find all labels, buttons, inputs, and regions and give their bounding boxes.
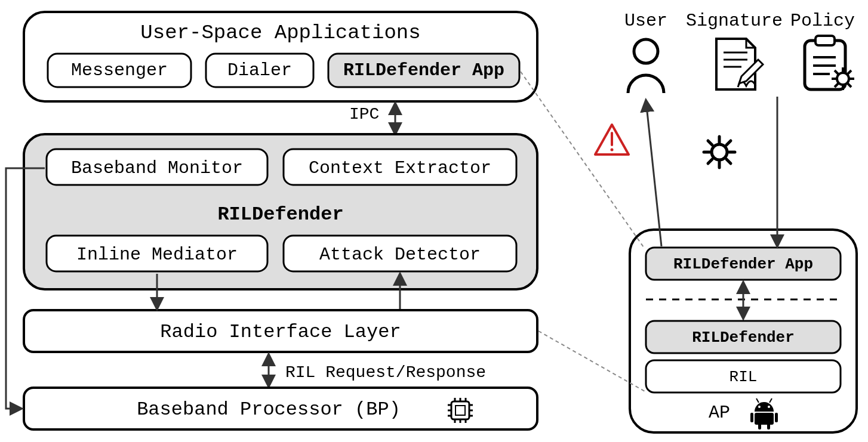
svg-point-34 [712, 144, 727, 160]
svg-point-23 [837, 73, 849, 85]
svg-rect-51 [767, 424, 770, 429]
ap-label: AP [709, 403, 730, 423]
rildefender-title: RILDefender [217, 203, 343, 225]
svg-point-33 [611, 149, 614, 152]
rildapp-label: RILDefender App [343, 60, 504, 81]
attack-detector-label: Attack Detector [319, 245, 481, 265]
inline-mediator-label: Inline Mediator [76, 245, 238, 265]
svg-rect-19 [815, 36, 835, 45]
svg-line-39 [708, 141, 712, 145]
svg-line-29 [848, 84, 851, 87]
svg-line-30 [848, 70, 851, 74]
rilreqresp-label: RIL Request/Response [285, 363, 486, 382]
svg-point-44 [768, 406, 770, 408]
userspace-title: User-Space Applications [140, 21, 420, 44]
baseband-monitor-label: Baseband Monitor [71, 158, 243, 178]
policy-icon [805, 36, 854, 90]
svg-rect-49 [775, 413, 778, 422]
app-to-user-arrow [646, 100, 661, 246]
user-label: User [624, 11, 667, 31]
svg-line-40 [727, 159, 731, 163]
dialer-label: Dialer [227, 60, 292, 81]
baseband-processor-label: Baseband Processor (BP) [137, 398, 401, 421]
ap-rildapp-label: RILDefender App [673, 255, 813, 273]
svg-point-43 [758, 406, 761, 408]
context-extractor-label: Context Extractor [309, 158, 491, 178]
svg-point-14 [634, 39, 658, 63]
signature-doc-icon [716, 39, 763, 89]
alert-icon [595, 125, 629, 154]
callout-top-dash [521, 72, 645, 249]
svg-line-42 [708, 159, 712, 163]
svg-rect-47 [755, 413, 774, 425]
gear-icon [704, 137, 735, 168]
user-icon [628, 39, 664, 93]
ap-rildefender-label: RILDefender [692, 329, 795, 347]
svg-line-41 [727, 141, 731, 145]
policy-label: Policy [790, 11, 855, 31]
svg-rect-50 [758, 424, 761, 429]
messenger-label: Messenger [71, 60, 168, 81]
svg-rect-48 [750, 413, 753, 422]
ap-ril-label: RIL [730, 368, 758, 386]
signature-label: Signature [686, 11, 783, 31]
ril-layer-label: Radio Interface Layer [160, 321, 401, 343]
ipc-label: IPC [349, 105, 379, 123]
